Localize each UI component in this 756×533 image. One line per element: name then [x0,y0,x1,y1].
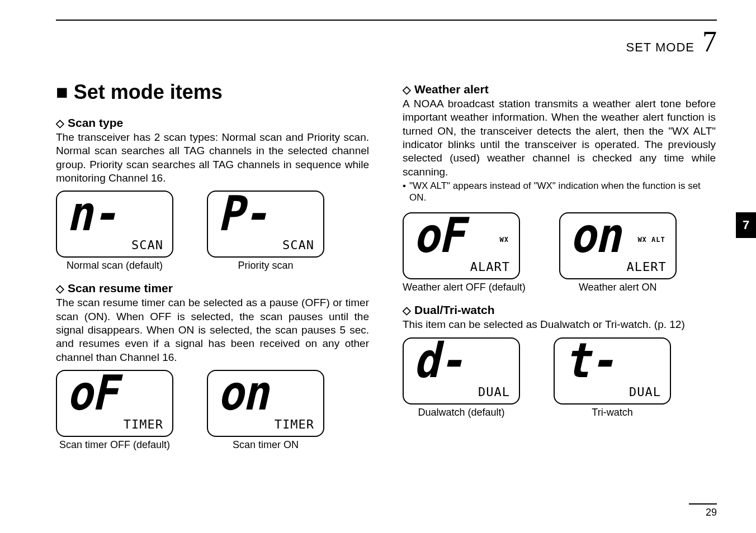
lcd-caption: Scan timer ON [207,439,324,451]
lcd-big-text: on [570,212,620,259]
right-column: ◇Weather alert A NOAA broadcast station … [403,80,716,461]
lcd-timer-on: on TIMER Scan timer ON [207,370,324,451]
weather-alert-lcd-row: oF WX ALART Weather alert OFF (default) … [403,212,716,293]
lcd-small-label: DUAL [629,385,661,399]
lcd-wx-on: on WX ALT ALERT Weather alert ON [559,212,677,293]
page-number: 29 [689,503,717,518]
diamond-icon: ◇ [56,283,64,294]
left-column: ■ Set mode items ◇Scan type The transcei… [56,80,369,461]
lcd-display: t- DUAL [554,337,671,404]
lcd-caption: Weather alert ON [559,282,677,293]
scan-type-body: The transceiver has 2 scan types: Normal… [56,131,369,185]
lcd-triwatch: t- DUAL Tri-watch [554,337,671,418]
lcd-display: oF WX ALART [403,212,520,279]
lcd-small-label: ALERT [627,260,667,274]
weather-alert-heading: ◇Weather alert [403,83,716,96]
diamond-icon: ◇ [403,304,411,316]
lcd-display: n- SCAN [56,191,173,258]
lcd-display: P- SCAN [207,191,324,258]
lcd-indicator: WX ALT [637,236,665,244]
lcd-caption: Scan timer OFF (default) [56,439,173,451]
lcd-big-text: d- [413,337,464,384]
dual-tri-lcd-row: d- DUAL Dualwatch (default) t- DUAL Tri-… [403,337,716,418]
lcd-big-text: P- [218,191,268,237]
lcd-display: d- DUAL [403,337,520,404]
scan-resume-heading: ◇Scan resume timer [56,282,369,295]
dual-tri-heading: ◇Dual/Tri-watch [403,303,716,317]
lcd-small-label: TIMER [275,417,314,431]
lcd-display: on WX ALT ALERT [559,212,677,279]
lcd-caption: Normal scan (default) [56,260,173,272]
scan-type-heading: ◇Scan type [56,116,369,130]
lcd-small-label: SCAN [282,238,314,252]
weather-alert-body: A NOAA broadcast station transmits a wea… [403,97,716,179]
lcd-normal-scan: n- SCAN Normal scan (default) [56,191,173,272]
page-title: ■ Set mode items [56,80,369,104]
scan-resume-lcd-row: oF TIMER Scan timer OFF (default) on TIM… [56,370,369,451]
lcd-dualwatch: d- DUAL Dualwatch (default) [403,337,520,418]
chapter-number: 7 [702,25,717,58]
weather-alert-bullet: •"WX ALT" appears instead of "WX" indica… [403,180,716,204]
diamond-icon: ◇ [403,84,411,96]
lcd-display: oF TIMER [56,370,173,437]
lcd-caption: Tri-watch [554,407,671,418]
lcd-caption: Dualwatch (default) [403,407,520,418]
scan-resume-body: The scan resume timer can be selected as… [56,296,369,364]
dual-tri-body: This item can be selected as Dualwatch o… [403,318,716,331]
page-header: SET MODE 7 [56,25,717,58]
lcd-timer-off: oF TIMER Scan timer OFF (default) [56,370,173,451]
diamond-icon: ◇ [56,117,64,129]
lcd-caption: Weather alert OFF (default) [403,282,526,293]
content-columns: ■ Set mode items ◇Scan type The transcei… [56,80,717,461]
lcd-wx-off: oF WX ALART Weather alert OFF (default) [403,212,526,293]
lcd-big-text: n- [67,191,117,237]
lcd-small-label: SCAN [131,238,163,252]
lcd-indicator: WX [500,236,509,244]
lcd-priority-scan: P- SCAN Priority scan [207,191,324,272]
lcd-caption: Priority scan [207,260,324,272]
scan-type-lcd-row: n- SCAN Normal scan (default) P- SCAN Pr… [56,191,369,272]
lcd-display: on TIMER [207,370,324,437]
side-tab: 7 [736,212,756,238]
top-rule [56,20,717,21]
lcd-small-label: DUAL [478,385,510,399]
lcd-big-text: on [218,370,268,417]
lcd-big-text: oF [413,212,464,259]
lcd-big-text: t- [564,337,615,384]
lcd-big-text: oF [67,370,117,417]
bullet-dot: • [403,180,406,204]
section-name: SET MODE [626,40,694,55]
lcd-small-label: TIMER [124,417,163,431]
lcd-small-label: ALART [470,260,510,274]
